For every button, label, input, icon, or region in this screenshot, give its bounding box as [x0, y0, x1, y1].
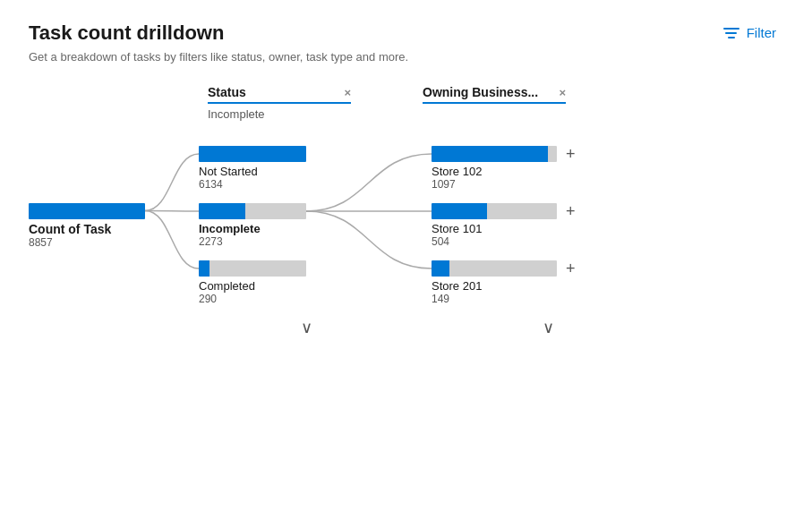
completed-value: 290	[199, 293, 306, 305]
store102-plus[interactable]: +	[566, 146, 576, 162]
not-started-label: Not Started	[199, 165, 306, 178]
store102-bar-gray	[548, 146, 557, 162]
completed-bar-gray	[209, 260, 306, 277]
filter-button[interactable]: Filter	[716, 21, 783, 44]
drilldown-area: Status × Incomplete Owning Business... ×	[29, 85, 783, 337]
store101-plus[interactable]: +	[566, 203, 576, 219]
chevron-row: ∨ ∨	[29, 318, 783, 337]
filter-row: Status × Incomplete Owning Business... ×	[29, 85, 783, 121]
page-title: Task count drilldown	[29, 21, 408, 45]
completed-bar-container	[199, 260, 306, 277]
business-filter[interactable]: Owning Business... ×	[423, 85, 566, 121]
not-started-value: 6134	[199, 178, 306, 191]
filter-icon	[723, 28, 739, 38]
store101-bar-blue	[432, 203, 487, 219]
store102-bar-container: +	[432, 146, 576, 162]
status-filter-value: Incomplete	[208, 107, 351, 121]
completed-bar-blue	[199, 260, 209, 277]
root-bar	[29, 203, 145, 219]
business-filter-text: Owning Business...	[423, 85, 538, 99]
root-node-value: 8857	[29, 236, 145, 249]
status-filter-text: Status	[208, 85, 246, 99]
completed-bar	[199, 260, 306, 277]
store201-bar-blue	[432, 260, 449, 277]
store101-label: Store 101	[432, 222, 576, 235]
business-chevron[interactable]: ∨	[543, 319, 554, 336]
store101-node: + Store 101 504	[432, 203, 576, 248]
business-filter-label[interactable]: Owning Business... ×	[423, 85, 566, 104]
store201-label: Store 201	[432, 279, 576, 293]
completed-label: Completed	[199, 279, 306, 293]
incomplete-bar-blue	[199, 203, 245, 219]
chart-area: Count of Task 8857 Not Started 6134	[29, 146, 783, 305]
incomplete-node: Incomplete 2273	[199, 203, 306, 248]
page: Task count drilldown Get a breakdown of …	[0, 0, 812, 528]
store201-bar-gray	[449, 260, 557, 277]
store102-label: Store 102	[432, 165, 576, 178]
store102-value: 1097	[432, 178, 576, 191]
status-column: Not Started 6134 Incomplete 2273	[199, 146, 378, 305]
chart-container: Count of Task 8857 Not Started 6134	[29, 146, 783, 337]
incomplete-bar-gray	[245, 203, 306, 219]
status-chevron-col: ∨	[217, 318, 396, 337]
completed-node: Completed 290	[199, 260, 306, 305]
store101-bar-container: +	[432, 203, 576, 219]
store101-bar-gray	[487, 203, 557, 219]
incomplete-label: Incomplete	[199, 222, 306, 235]
not-started-bar-container	[199, 146, 306, 162]
store102-node: + Store 102 1097	[432, 146, 576, 191]
store102-bar	[432, 146, 557, 162]
header-row: Task count drilldown Get a breakdown of …	[29, 21, 783, 64]
status-filter-label[interactable]: Status ×	[208, 85, 351, 104]
root-column: Count of Task 8857	[29, 203, 181, 249]
not-started-node: Not Started 6134	[199, 146, 306, 191]
business-column: + Store 102 1097 +	[432, 146, 628, 305]
business-chevron-col: ∨	[449, 318, 646, 337]
store201-bar-container: +	[432, 260, 576, 277]
business-filter-close[interactable]: ×	[559, 86, 566, 99]
root-node-label: Count of Task	[29, 222, 145, 236]
filter-label: Filter	[747, 25, 776, 40]
store201-node: + Store 201 149	[432, 260, 576, 305]
status-filter[interactable]: Status × Incomplete	[208, 85, 351, 121]
store201-value: 149	[432, 293, 576, 305]
not-started-bar	[199, 146, 306, 162]
incomplete-bar-container	[199, 203, 306, 219]
status-chevron[interactable]: ∨	[301, 319, 312, 336]
store201-plus[interactable]: +	[566, 260, 576, 277]
title-area: Task count drilldown Get a breakdown of …	[29, 21, 408, 64]
store101-bar	[432, 203, 557, 219]
incomplete-bar	[199, 203, 306, 219]
store201-bar	[432, 260, 557, 277]
page-subtitle: Get a breakdown of tasks by filters like…	[29, 50, 408, 64]
store101-value: 504	[432, 235, 576, 248]
store102-bar-blue	[432, 146, 548, 162]
status-filter-close[interactable]: ×	[344, 86, 351, 99]
root-node: Count of Task 8857	[29, 203, 145, 249]
incomplete-value: 2273	[199, 235, 306, 248]
